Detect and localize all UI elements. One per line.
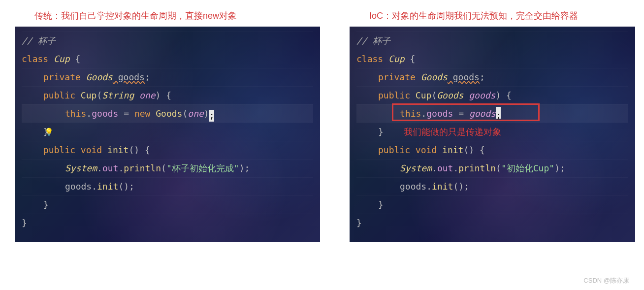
- code-line: private Goods goods;: [356, 68, 628, 86]
- code-line: public Cup(Goods goods) {: [356, 86, 628, 104]
- left-column: 传统：我们自己掌控对象的生命周期，直接new对象 💡 // 杯子 class C…: [15, 10, 320, 242]
- code-line: System.out.println("初始化Cup");: [356, 159, 628, 177]
- code-line: // 杯子: [22, 32, 313, 50]
- annotation-text: 我们能做的只是传递对象: [404, 123, 501, 141]
- cursor: ;: [209, 110, 214, 122]
- left-editor: 💡 // 杯子 class Cup { private Goods goods;…: [15, 27, 320, 242]
- left-title: 传统：我们自己掌控对象的生命周期，直接new对象: [34, 10, 320, 22]
- right-editor: // 杯子 class Cup { private Goods goods; p…: [350, 27, 635, 242]
- code-line: public void init() {: [22, 141, 313, 159]
- code-line: }: [22, 123, 313, 141]
- code-line: // 杯子: [356, 32, 628, 50]
- code-line: public void init() {: [356, 141, 628, 159]
- code-line: goods.init();: [356, 177, 628, 195]
- comparison-row: 传统：我们自己掌控对象的生命周期，直接new对象 💡 // 杯子 class C…: [15, 10, 629, 242]
- code-line: class Cup {: [22, 50, 313, 68]
- code-line: }: [356, 195, 628, 214]
- code-line: System.out.println("杯子初始化完成");: [22, 159, 313, 177]
- right-column: IoC：对象的生命周期我们无法预知，完全交由给容器 // 杯子 class Cu…: [350, 10, 635, 242]
- code-line: private Goods goods;: [22, 68, 313, 86]
- code-line: }: [22, 195, 313, 214]
- highlight-box: [392, 103, 540, 121]
- code-line: }: [22, 214, 313, 232]
- code-line-highlighted: this.goods = new Goods(one);: [22, 104, 313, 123]
- code-line: goods.init();: [22, 177, 313, 195]
- code-line: class Cup {: [356, 50, 628, 68]
- code-line: }: [356, 214, 628, 232]
- right-title: IoC：对象的生命周期我们无法预知，完全交由给容器: [369, 10, 635, 22]
- code-line: public Cup(String one) {: [22, 86, 313, 104]
